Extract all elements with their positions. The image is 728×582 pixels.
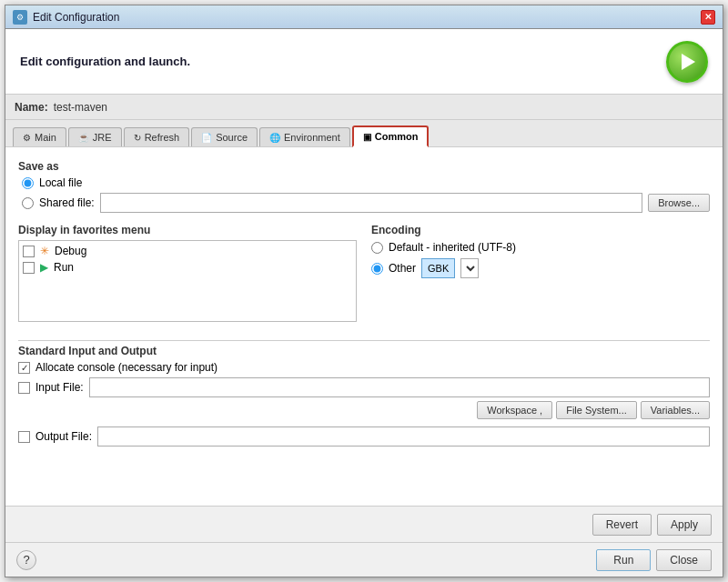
run-label: Run bbox=[54, 261, 74, 274]
tab-common-label: Common bbox=[375, 131, 419, 142]
run-checkbox[interactable] bbox=[23, 262, 35, 274]
apply-button[interactable]: Apply bbox=[657, 514, 712, 536]
content-inner: Save as Local file Shared file: Browse..… bbox=[18, 160, 710, 447]
tabs-row: ⚙ Main ☕ JRE ↻ Refresh 📄 Source 🌐 Enviro… bbox=[5, 120, 723, 147]
run-button[interactable]: Run bbox=[596, 549, 651, 571]
encoding-default-label: Default - inherited (UTF-8) bbox=[389, 241, 516, 254]
debug-icon: ✳ bbox=[40, 245, 49, 257]
shared-file-input[interactable] bbox=[100, 193, 642, 213]
tab-common[interactable]: ▣ Common bbox=[352, 125, 430, 147]
input-file-checkbox[interactable] bbox=[18, 382, 30, 394]
window-title: Edit Configuration bbox=[33, 11, 119, 24]
bottom-bar: ? Run Close bbox=[5, 542, 723, 577]
browse-button[interactable]: Browse... bbox=[648, 194, 710, 212]
list-item: ▶ Run bbox=[23, 261, 352, 274]
source-tab-icon: 📄 bbox=[201, 133, 212, 143]
encoding-other-label: Other bbox=[389, 262, 416, 275]
input-file-label: Input File: bbox=[35, 381, 84, 394]
local-file-radio[interactable] bbox=[22, 177, 34, 189]
help-button[interactable]: ? bbox=[16, 550, 36, 570]
encoding-gbk: GBK bbox=[428, 263, 449, 274]
allocate-console-checkbox[interactable]: ✓ bbox=[18, 362, 30, 374]
close-window-button[interactable]: ✕ bbox=[701, 10, 715, 25]
main-tab-icon: ⚙ bbox=[23, 133, 31, 143]
workspace-buttons: Workspace , File System... Variables... bbox=[18, 401, 710, 419]
run-icon: ▶ bbox=[40, 261, 48, 274]
input-file-input[interactable] bbox=[89, 377, 710, 397]
tab-main[interactable]: ⚙ Main bbox=[13, 127, 66, 146]
std-io-title: Standard Input and Output bbox=[18, 345, 710, 357]
checkmark-icon: ✓ bbox=[21, 363, 28, 373]
shared-file-radio[interactable] bbox=[22, 197, 34, 209]
tab-jre-label: JRE bbox=[93, 132, 112, 143]
save-as-title: Save as bbox=[18, 160, 710, 173]
encoding-default-radio[interactable] bbox=[371, 242, 383, 254]
favorites-title: Display in favorites menu bbox=[18, 224, 357, 236]
output-file-label: Output File: bbox=[35, 430, 92, 443]
header-title: Edit configuration and launch. bbox=[20, 55, 190, 68]
output-file-input[interactable] bbox=[97, 426, 710, 447]
refresh-tab-icon: ↻ bbox=[134, 133, 141, 143]
tab-main-label: Main bbox=[35, 132, 56, 143]
allocate-console-row: ✓ Allocate console (necessary for input) bbox=[18, 361, 710, 374]
encoding-value: GBK bbox=[421, 258, 455, 278]
tab-refresh-label: Refresh bbox=[145, 132, 180, 143]
favorites-section: Display in favorites menu ✳ Debug ▶ Run bbox=[18, 224, 357, 322]
bottom-right-buttons: Run Close bbox=[596, 549, 712, 571]
output-file-checkbox[interactable] bbox=[18, 431, 30, 443]
workspace-button[interactable]: Workspace , bbox=[477, 401, 552, 419]
favorites-list: ✳ Debug ▶ Run bbox=[18, 240, 357, 322]
allocate-console-label: Allocate console (necessary for input) bbox=[35, 361, 217, 374]
footer-buttons: Revert Apply bbox=[592, 514, 712, 536]
tab-refresh[interactable]: ↻ Refresh bbox=[124, 127, 190, 146]
local-file-row: Local file bbox=[22, 176, 710, 189]
local-file-label: Local file bbox=[39, 176, 82, 189]
tab-env-label: Environment bbox=[284, 132, 340, 143]
play-button[interactable] bbox=[666, 41, 708, 83]
encoding-section: Encoding Default - inherited (UTF-8) Oth… bbox=[371, 224, 710, 322]
shared-file-row: Shared file: Browse... bbox=[22, 193, 710, 213]
title-bar: ⚙ Edit Configuration ✕ bbox=[5, 5, 723, 29]
tab-environment[interactable]: 🌐 Environment bbox=[259, 127, 350, 146]
tab-source[interactable]: 📄 Source bbox=[191, 127, 258, 146]
encoding-other-row: Other GBK GBK UTF-8 bbox=[371, 258, 710, 278]
play-icon bbox=[682, 54, 695, 70]
standard-io-section: Standard Input and Output ✓ Allocate con… bbox=[18, 336, 710, 447]
jre-tab-icon: ☕ bbox=[78, 133, 89, 143]
encoding-select[interactable]: GBK UTF-8 bbox=[460, 258, 479, 278]
tab-source-label: Source bbox=[216, 132, 248, 143]
main-window: ⚙ Edit Configuration ✕ Edit configuratio… bbox=[5, 5, 723, 577]
tab-jre[interactable]: ☕ JRE bbox=[68, 127, 122, 146]
common-tab-icon: ▣ bbox=[363, 132, 371, 142]
encoding-title: Encoding bbox=[371, 224, 710, 236]
debug-checkbox[interactable] bbox=[23, 246, 35, 257]
window-icon: ⚙ bbox=[13, 10, 27, 25]
debug-label: Debug bbox=[55, 245, 86, 257]
encoding-default-row: Default - inherited (UTF-8) bbox=[371, 241, 710, 254]
list-item: ✳ Debug bbox=[23, 245, 352, 257]
save-as-radio-group: Local file Shared file: Browse... bbox=[18, 176, 710, 213]
env-tab-icon: 🌐 bbox=[269, 133, 280, 143]
encoding-other-radio[interactable] bbox=[371, 263, 383, 275]
name-label: Name: bbox=[15, 101, 48, 114]
input-file-row: Input File: bbox=[18, 377, 710, 397]
name-row: Name: test-maven bbox=[5, 95, 723, 120]
save-as-section: Save as Local file Shared file: Browse..… bbox=[18, 160, 710, 213]
variables-button[interactable]: Variables... bbox=[641, 401, 710, 419]
name-value: test-maven bbox=[54, 101, 107, 114]
divider bbox=[18, 340, 710, 341]
header-area: Edit configuration and launch. bbox=[5, 29, 723, 95]
shared-file-label: Shared file: bbox=[39, 196, 95, 209]
revert-button[interactable]: Revert bbox=[592, 514, 652, 536]
file-system-button[interactable]: File System... bbox=[556, 401, 637, 419]
content-area: Save as Local file Shared file: Browse..… bbox=[5, 147, 723, 506]
close-button[interactable]: Close bbox=[656, 549, 712, 571]
output-file-row: Output File: bbox=[18, 426, 710, 447]
footer: Revert Apply bbox=[5, 506, 723, 542]
title-bar-left: ⚙ Edit Configuration bbox=[13, 10, 119, 25]
two-col-section: Display in favorites menu ✳ Debug ▶ Run bbox=[18, 224, 710, 322]
